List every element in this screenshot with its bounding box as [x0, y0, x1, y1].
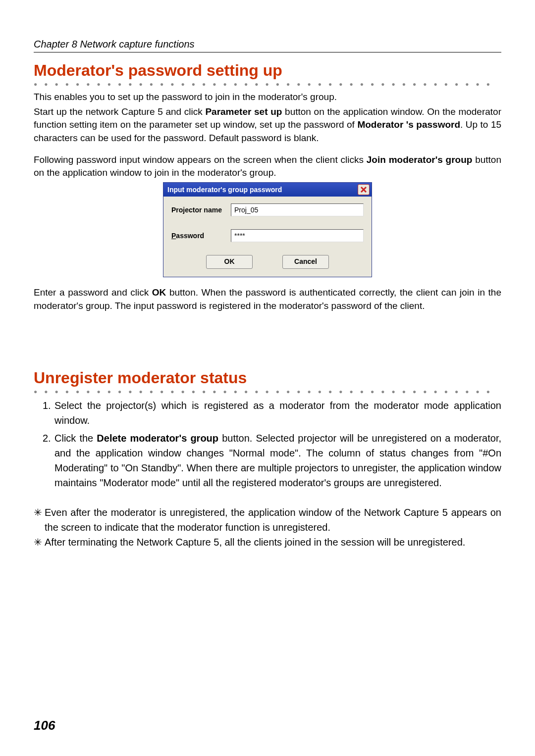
chapter-header: Chapter 8 Network capture functions — [34, 39, 501, 52]
bold-moderators-password: Moderator 's password — [357, 119, 460, 130]
dialog-body: Projector name Proj_05 Password **** OK … — [163, 197, 372, 277]
bold-join-group: Join moderator's group — [367, 154, 473, 165]
row-projector: Projector name Proj_05 — [171, 203, 364, 216]
section-heading-unregister: Unregister moderator status — [34, 369, 501, 387]
bullet-icon: ✳ — [34, 535, 45, 550]
close-icon — [360, 186, 367, 193]
bullet-icon: ✳ — [34, 505, 45, 535]
password-dialog: Input moderator's group password Project… — [163, 182, 372, 277]
input-projector-name[interactable]: Proj_05 — [231, 203, 364, 216]
separator-dots: ●●●●●●●●●●●●●●●●●●●●●●●●●●●●●●●●●●●●●●●●… — [34, 388, 501, 395]
list-text: Click the Delete moderator's group butto… — [54, 431, 501, 490]
bold-parameter-setup: Parameter set up — [205, 106, 282, 117]
input-password[interactable]: **** — [231, 229, 364, 242]
cancel-button[interactable]: Cancel — [282, 255, 329, 269]
label-password: Password — [171, 232, 231, 240]
ok-button[interactable]: OK — [206, 255, 253, 269]
close-button[interactable] — [358, 184, 370, 195]
text: Start up the network Capture 5 and click — [34, 106, 205, 117]
list-number: 1. — [43, 398, 54, 428]
section-heading-password: Moderator's password setting up — [34, 61, 501, 80]
paragraph-following: Following password input window appears … — [34, 153, 501, 179]
bold-ok: OK — [152, 287, 166, 298]
separator-dots: ●●●●●●●●●●●●●●●●●●●●●●●●●●●●●●●●●●●●●●●●… — [34, 81, 501, 88]
document-page: Chapter 8 Network capture functions Mode… — [0, 0, 535, 756]
dialog-titlebar: Input moderator's group password — [163, 183, 372, 197]
text: Following password input window appears … — [34, 154, 367, 165]
row-password: Password **** — [171, 229, 364, 242]
spacer — [34, 314, 501, 369]
list-text: Select the projector(s) which is registe… — [54, 398, 501, 428]
list-item: 1. Select the projector(s) which is regi… — [43, 398, 501, 428]
page-number: 106 — [34, 718, 55, 733]
text: Enter a password and click — [34, 287, 152, 298]
note-text: Even after the moderator is unregistered… — [45, 505, 501, 535]
label-password-rest: assword — [176, 232, 204, 240]
dialog-title: Input moderator's group password — [167, 186, 282, 194]
text: Click the — [54, 433, 97, 444]
label-password-underline: P — [171, 232, 176, 240]
dialog-wrap: Input moderator's group password Project… — [34, 182, 501, 277]
paragraph-intro: This enables you to set up the password … — [34, 91, 501, 103]
list-item: 2. Click the Delete moderator's group bu… — [43, 431, 501, 490]
paragraph-setup: Start up the network Capture 5 and click… — [34, 105, 501, 145]
list-number: 2. — [43, 431, 54, 490]
note-item: ✳ Even after the moderator is unregister… — [34, 505, 501, 535]
chapter-title: Chapter 8 Network capture functions — [34, 39, 195, 50]
bold-delete-group: Delete moderator's group — [97, 433, 218, 444]
label-projector-name: Projector name — [171, 206, 231, 214]
dialog-button-row: OK Cancel — [171, 255, 364, 269]
note-text: After terminating the Network Capture 5,… — [45, 535, 501, 550]
note-item: ✳ After terminating the Network Capture … — [34, 535, 501, 550]
ordered-list: 1. Select the projector(s) which is regi… — [43, 398, 501, 490]
paragraph-enter-password: Enter a password and click OK button. Wh… — [34, 286, 501, 312]
notes: ✳ Even after the moderator is unregister… — [34, 505, 501, 550]
